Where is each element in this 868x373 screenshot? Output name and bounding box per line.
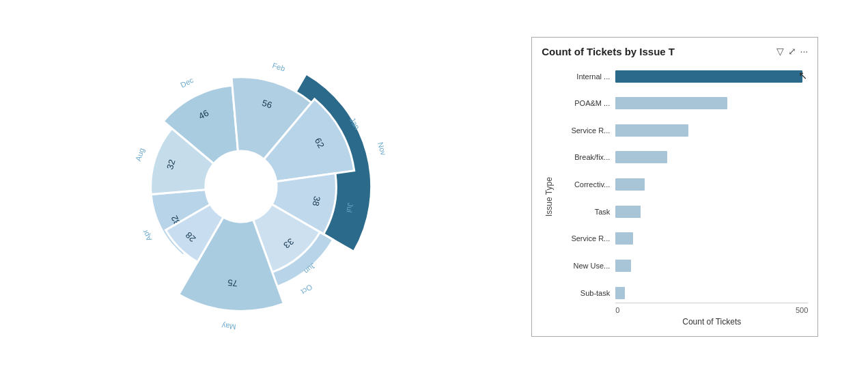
bar-label: Sub-task bbox=[559, 289, 615, 297]
bar-label: New Use... bbox=[559, 262, 615, 270]
bar-fill bbox=[615, 70, 802, 83]
bar-label: Break/fix... bbox=[559, 153, 615, 161]
svg-text:Aug: Aug bbox=[134, 147, 145, 162]
bar-row: Task bbox=[559, 202, 808, 221]
radial-center bbox=[208, 154, 274, 219]
bar-panel-header: Count of Tickets by Issue T ▽ ⤢ ··· bbox=[542, 46, 808, 57]
bar-row: Correctiv... bbox=[559, 175, 808, 194]
bar-label: Service R... bbox=[559, 234, 615, 243]
bar-label: POA&M ... bbox=[559, 99, 615, 107]
bar-chart-inner: Internal ...↖POA&M ...Service R...Break/… bbox=[559, 67, 808, 327]
x-axis-line bbox=[615, 303, 808, 303]
bar-track bbox=[615, 151, 808, 163]
bar-panel-icons: ▽ ⤢ ··· bbox=[776, 46, 809, 57]
x-axis-ticks: 0 500 bbox=[615, 305, 808, 314]
svg-text:Apr: Apr bbox=[140, 228, 153, 243]
x-axis: 0 500 bbox=[559, 303, 808, 314]
bar-fill bbox=[615, 206, 641, 218]
bar-chart-title: Count of Tickets by Issue T bbox=[542, 46, 675, 57]
bar-track bbox=[615, 260, 808, 272]
bar-row: Service R... bbox=[559, 121, 808, 140]
bar-track bbox=[615, 97, 808, 109]
bar-row: New Use... bbox=[559, 256, 808, 275]
svg-text:Dec: Dec bbox=[179, 76, 195, 89]
bar-track: ↖ bbox=[615, 70, 808, 83]
bar-fill bbox=[615, 124, 688, 137]
bar-label: Internal ... bbox=[559, 72, 615, 81]
bar-row: Internal ...↖ bbox=[559, 67, 808, 86]
svg-text:May: May bbox=[221, 322, 236, 331]
bar-fill bbox=[615, 151, 667, 163]
bar-fill bbox=[615, 232, 632, 245]
bar-row: Break/fix... bbox=[559, 148, 808, 167]
bar-fill bbox=[615, 178, 644, 191]
svg-text:Oct: Oct bbox=[299, 283, 313, 296]
bar-track bbox=[615, 232, 808, 245]
svg-text:Nov: Nov bbox=[376, 141, 388, 156]
radial-chart: 82Nov52Oct19Sep32Apr32Aug46Dec56Feb62Jan… bbox=[50, 9, 432, 364]
bar-track bbox=[615, 124, 808, 137]
bar-label: Task bbox=[559, 208, 615, 216]
radial-svg: 82Nov52Oct19Sep32Apr32Aug46Dec56Feb62Jan… bbox=[64, 9, 419, 364]
svg-text:75: 75 bbox=[227, 277, 238, 288]
bar-chart-area: Issue Type Internal ...↖POA&M ...Service… bbox=[542, 67, 808, 327]
bar-row: Service R... bbox=[559, 229, 808, 248]
bar-label: Service R... bbox=[559, 126, 615, 135]
expand-icon[interactable]: ⤢ bbox=[788, 46, 796, 57]
y-axis-label: Issue Type bbox=[542, 67, 557, 327]
bar-label: Correctiv... bbox=[559, 180, 615, 189]
bar-fill bbox=[615, 260, 631, 272]
filter-icon[interactable]: ▽ bbox=[776, 46, 784, 57]
svg-text:38: 38 bbox=[310, 195, 322, 207]
x-axis-title: Count of Tickets bbox=[559, 317, 808, 327]
bar-track bbox=[615, 178, 808, 191]
bar-rows: Internal ...↖POA&M ...Service R...Break/… bbox=[559, 67, 808, 303]
bar-track bbox=[615, 287, 808, 299]
bar-fill bbox=[615, 97, 727, 109]
x-tick-0: 0 bbox=[615, 306, 619, 314]
bar-row: Sub-task bbox=[559, 284, 808, 303]
bar-track bbox=[615, 206, 808, 218]
bar-row: POA&M ... bbox=[559, 94, 808, 113]
svg-text:Feb: Feb bbox=[271, 61, 286, 72]
bar-chart-panel: Count of Tickets by Issue T ▽ ⤢ ··· Issu… bbox=[531, 37, 818, 337]
x-tick-500: 500 bbox=[796, 306, 808, 314]
bar-fill bbox=[615, 287, 625, 299]
more-icon[interactable]: ··· bbox=[800, 46, 809, 57]
